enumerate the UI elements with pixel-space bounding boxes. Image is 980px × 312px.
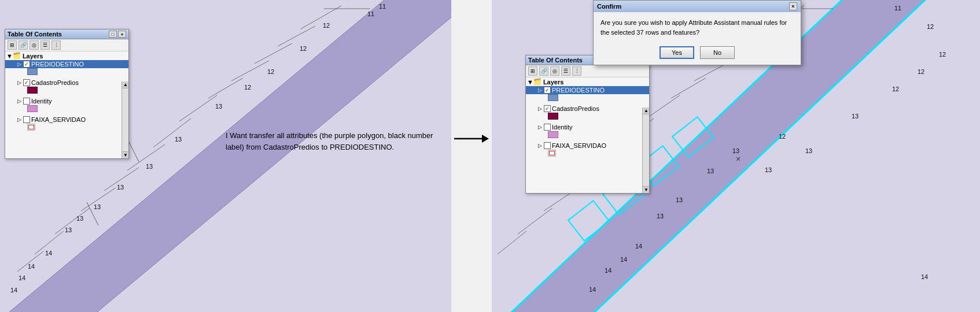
swatch-cadastro-left <box>27 87 38 94</box>
toc-item-cadastro-left[interactable]: ▷ CadastroPredios <box>5 79 128 87</box>
dialog-yes-btn[interactable]: Yes <box>660 46 694 59</box>
toc-scroll-down-left[interactable]: ▼ <box>122 151 128 158</box>
toc-panel-left: Table Of Contents □ × ⊞ 🔗 ◎ ☰ ⋮ ▼ 🗂️ Lay… <box>5 29 129 159</box>
toc-tool-r3[interactable]: ◎ <box>550 66 559 76</box>
toc-tool-r1[interactable]: ⊞ <box>528 66 537 76</box>
swatch-row-prediodestino-right <box>526 94 649 102</box>
toc-scroll-up-right[interactable]: ▲ <box>643 107 649 114</box>
svg-line-7 <box>208 78 243 98</box>
toc-body-left: ▼ 🗂️ Layers ▷ PREDIODESTINO ▷ CadastroPr… <box>5 51 128 158</box>
checkbox-cadastro-right[interactable] <box>544 105 551 112</box>
expand-icon: ▷ <box>16 116 23 123</box>
arrow-container <box>451 127 492 150</box>
checkbox-identity-right[interactable] <box>544 124 551 131</box>
svg-line-15 <box>17 251 43 272</box>
svg-marker-18 <box>482 135 489 143</box>
svg-line-9 <box>153 118 191 147</box>
toc-item-identity-right[interactable]: ▷ Identity <box>526 123 649 131</box>
checkbox-faixa-left[interactable] <box>23 116 30 123</box>
checkbox-prediodestino-left[interactable] <box>23 61 30 68</box>
toc-layers-label-left: Layers <box>23 53 43 60</box>
toc-layer-name: PREDIODESTINO <box>31 61 84 68</box>
expand-icon-right[interactable]: ▼ <box>527 79 533 86</box>
toc-tool-4[interactable]: ☰ <box>40 40 50 50</box>
toc-scrollbar-left[interactable]: ▲ ▼ <box>121 81 128 158</box>
toc-toolbar-left: ⊞ 🔗 ◎ ☰ ⋮ <box>5 39 128 51</box>
toc-scrollbar-right[interactable]: ▲ ▼ <box>642 107 649 193</box>
expand-icon: ▷ <box>536 105 543 112</box>
checkbox-cadastro-left[interactable] <box>23 79 30 86</box>
swatch-row-identity-right <box>526 131 649 139</box>
svg-line-33 <box>518 208 552 234</box>
toc-close-btn-left[interactable]: × <box>118 31 126 38</box>
toc-tool-r4[interactable]: ☰ <box>561 66 570 76</box>
toc-minimize-btn-left[interactable]: □ <box>109 31 117 38</box>
toc-toolbar-right: ⊞ 🔗 ◎ ☰ ⋮ <box>526 65 649 77</box>
checkbox-faixa-right[interactable] <box>544 142 551 149</box>
toc-titlebar-left: Table Of Contents □ × <box>5 29 128 39</box>
dialog-close-btn[interactable]: × <box>789 2 797 10</box>
toc-tool-5[interactable]: ⋮ <box>51 40 61 50</box>
toc-tool-3[interactable]: ◎ <box>30 40 39 50</box>
swatch-outer-right <box>548 150 556 157</box>
toc-title-left: Table Of Contents <box>8 31 109 38</box>
svg-line-27 <box>671 78 706 98</box>
svg-line-8 <box>179 95 217 121</box>
toc-item-prediodestino-right[interactable]: ▷ PREDIODESTINO <box>526 86 649 94</box>
expand-icon: ▷ <box>16 98 23 105</box>
toc-layer-name: FAIXA_SERVIDAO <box>31 116 86 123</box>
swatch-row-faixa-left <box>5 124 128 131</box>
toc-layer-name: Identity <box>31 98 51 105</box>
swatch-row-cadastro-left <box>5 87 128 95</box>
svg-line-34 <box>498 231 526 254</box>
toc-tool-2[interactable]: 🔗 <box>19 40 28 50</box>
toc-item-faixa-right[interactable]: ▷ FAIXA_SERVIDAO <box>526 142 649 150</box>
dialog-titlebar: Confirm × <box>594 1 801 12</box>
checkbox-identity-left[interactable] <box>23 98 30 105</box>
checkbox-prediodestino-right[interactable] <box>544 87 551 94</box>
toc-item-identity-left[interactable]: ▷ Identity <box>5 97 128 105</box>
svg-line-4 <box>278 26 315 46</box>
dialog-message: Are you sure you wish to apply Attribute… <box>600 19 787 36</box>
toc-layer-name: PREDIODESTINO <box>552 87 605 94</box>
swatch-row-identity-left <box>5 105 128 113</box>
svg-line-14 <box>35 231 64 254</box>
svg-line-5 <box>255 43 292 64</box>
arrow-icon <box>454 130 489 147</box>
svg-line-11 <box>104 168 139 191</box>
toc-item-cadastro-right[interactable]: ▷ CadastroPredios <box>526 105 649 113</box>
toc-layer-name: CadastroPredios <box>552 105 599 112</box>
dialog-body: Are you sure you wish to apply Attribute… <box>594 12 801 43</box>
svg-line-6 <box>231 61 269 81</box>
dialog-no-btn[interactable]: No <box>700 46 735 59</box>
dialog-title: Confirm <box>597 3 621 10</box>
svg-line-12 <box>81 188 116 211</box>
toc-scroll-up-left[interactable]: ▲ <box>122 81 128 88</box>
toc-item-prediodestino-left[interactable]: ▷ PREDIODESTINO <box>5 60 128 68</box>
expand-icon: ▷ <box>536 124 543 131</box>
svg-line-13 <box>55 208 90 234</box>
swatch-prediodestino-right <box>548 94 558 101</box>
toc-group-row-right: ▼ 🗂️ Layers <box>526 77 649 86</box>
swatch-faixa-left <box>28 125 34 129</box>
confirm-dialog: Confirm × Are you sure you wish to apply… <box>593 0 801 65</box>
expand-icon-left[interactable]: ▼ <box>6 53 13 60</box>
description-label: I Want transfer all attributes (the purp… <box>226 131 433 151</box>
toc-item-faixa-left[interactable]: ▷ FAIXA_SERVIDAO <box>5 116 128 124</box>
svg-line-3 <box>301 6 341 29</box>
toc-layers-label-right: Layers <box>543 79 563 86</box>
svg-line-10 <box>127 144 165 170</box>
toc-tool-r2[interactable]: 🔗 <box>539 66 548 76</box>
toc-tool-r5[interactable]: ⋮ <box>572 66 581 76</box>
toc-tool-1[interactable]: ⊞ <box>8 40 17 50</box>
toc-body-right: ▼ 🗂️ Layers ▷ PREDIODESTINO ▷ CadastroPr… <box>526 77 649 193</box>
svg-text:×: × <box>736 154 740 164</box>
swatch-identity-left <box>27 105 38 112</box>
swatch-faixa-right <box>549 151 555 155</box>
swatch-prediodestino-left <box>27 68 38 75</box>
expand-icon: ▷ <box>16 61 23 68</box>
swatch-outer-left <box>27 124 35 131</box>
toc-layer-name: Identity <box>552 124 572 131</box>
toc-scroll-down-right[interactable]: ▼ <box>643 186 649 193</box>
description-text: I Want transfer all attributes (the purp… <box>226 130 434 153</box>
